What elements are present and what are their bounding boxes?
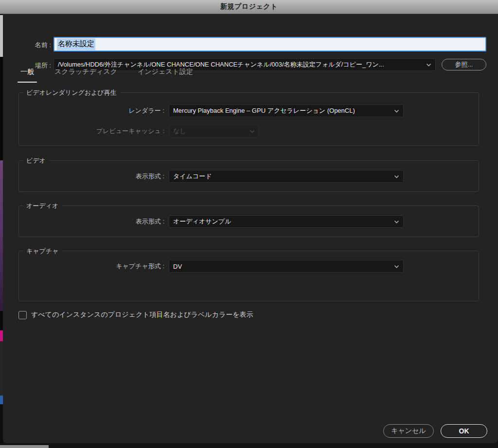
dialog-titlebar[interactable]: 新規プロジェクト (0, 0, 498, 14)
section-title: キャプチャ (23, 247, 62, 255)
chevron-down-icon (249, 130, 255, 133)
cancel-button[interactable]: キャンセル (383, 424, 434, 438)
background-bottom-edge (0, 445, 49, 448)
chevron-down-icon (394, 265, 399, 268)
audio-display-format-label: 表示形式 : (23, 217, 169, 226)
audio-display-format-value: オーディオサンプル (173, 217, 390, 226)
video-display-format-value: タイムコード (173, 172, 390, 181)
renderer-value: Mercury Playback Engine – GPU アクセラレーション … (173, 106, 390, 115)
tab-label: 一般 (20, 68, 34, 75)
name-input-selected-text: 名称未設定 (57, 38, 95, 50)
audio-display-format-dropdown[interactable]: オーディオサンプル (169, 215, 404, 228)
name-label: 名前 : (3, 41, 51, 50)
new-project-dialog: 名前 : 名称未設定 場所 : /Volumes/HDD6/外注チャンネル/ON… (3, 14, 498, 443)
capture-format-label: キャプチャ形式 : (23, 262, 169, 271)
video-display-format-label: 表示形式 : (23, 172, 169, 181)
name-input[interactable]: 名称未設定 (53, 37, 486, 52)
ok-button[interactable]: OK (441, 424, 487, 438)
tab-ingest-settings[interactable]: インジェスト設定 (137, 66, 194, 81)
chevron-down-icon (394, 220, 399, 224)
chevron-down-icon (394, 109, 399, 113)
video-display-format-dropdown[interactable]: タイムコード (169, 170, 404, 183)
section-capture: キャプチャ キャプチャ形式 : DV (18, 251, 479, 301)
show-item-names-checkbox[interactable] (18, 311, 27, 319)
tab-label: スクラッチディスク (54, 68, 117, 75)
browse-button[interactable]: 参照... (442, 59, 486, 70)
tab-scratch-disks[interactable]: スクラッチディスク (53, 66, 118, 81)
chevron-down-icon (394, 175, 399, 178)
section-title: ビデオレンダリングおよび再生 (23, 89, 120, 96)
section-audio: オーディオ 表示形式 : オーディオサンプル (18, 206, 479, 237)
preview-cache-dropdown: なし (169, 125, 259, 138)
dialog-title: 新規プロジェクト (220, 2, 278, 11)
section-title: オーディオ (23, 202, 62, 209)
renderer-label: レンダラー : (23, 106, 169, 115)
capture-format-dropdown[interactable]: DV (169, 260, 404, 273)
screen: 新規プロジェクト 名前 : 名称未設定 場所 : /Volumes/HDD6/外… (0, 0, 498, 448)
tab-bar: 一般 スクラッチディスク インジェスト設定 (19, 66, 194, 81)
section-video-rendering: ビデオレンダリングおよび再生 レンダラー : Mercury Playback … (18, 92, 479, 146)
show-item-names-label: すべてのインスタンスのプロジェクト項目名およびラベルカラーを表示 (31, 310, 253, 319)
section-video: ビデオ 表示形式 : タイムコード (18, 160, 479, 192)
display-names-option-row: すべてのインスタンスのプロジェクト項目名およびラベルカラーを表示 (18, 310, 253, 319)
tab-label: インジェスト設定 (138, 68, 193, 75)
renderer-dropdown[interactable]: Mercury Playback Engine – GPU アクセラレーション … (169, 104, 404, 117)
preview-cache-value: なし (173, 127, 246, 136)
section-title: ビデオ (23, 157, 49, 164)
preview-cache-label: プレビューキャッシュ : (23, 127, 169, 136)
chevron-down-icon (426, 63, 431, 67)
tab-general[interactable]: 一般 (19, 66, 35, 81)
capture-format-value: DV (173, 263, 390, 270)
